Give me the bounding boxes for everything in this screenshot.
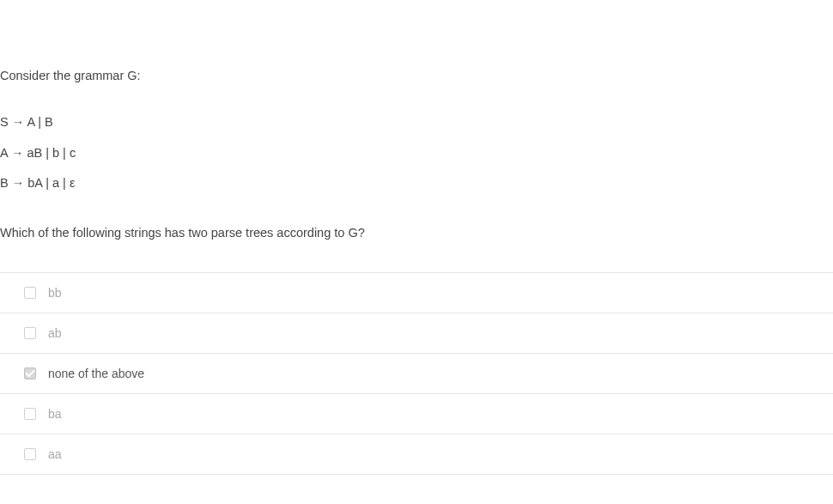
grammar-rule: S → A | B <box>0 113 833 132</box>
option-label: ab <box>48 326 62 340</box>
option-row[interactable]: none of the above <box>0 354 833 394</box>
option-label: none of the above <box>48 367 144 380</box>
options-list: bb ab none of the above ba aa <box>0 272 833 475</box>
grammar-rule: B → bA | a | ε <box>0 174 833 193</box>
option-row[interactable]: bb <box>0 273 833 313</box>
option-label: aa <box>48 447 62 461</box>
grammar-rules: S → A | B A → aB | b | c B → bA | a | ε <box>0 113 833 193</box>
checkbox-icon[interactable] <box>24 327 36 339</box>
checkbox-icon[interactable] <box>24 448 36 460</box>
grammar-rule: A → aB | b | c <box>0 144 833 163</box>
checkbox-icon[interactable] <box>24 408 36 420</box>
checkbox-icon[interactable] <box>24 287 36 299</box>
option-row[interactable]: ab <box>0 313 833 354</box>
question-followup: Which of the following strings has two p… <box>0 226 833 240</box>
option-row[interactable]: aa <box>0 434 833 475</box>
option-label: bb <box>48 286 62 300</box>
checkbox-checked-icon[interactable] <box>24 367 36 380</box>
question-intro: Consider the grammar G: <box>0 67 833 86</box>
option-label: ba <box>48 407 62 421</box>
option-row[interactable]: ba <box>0 394 833 434</box>
